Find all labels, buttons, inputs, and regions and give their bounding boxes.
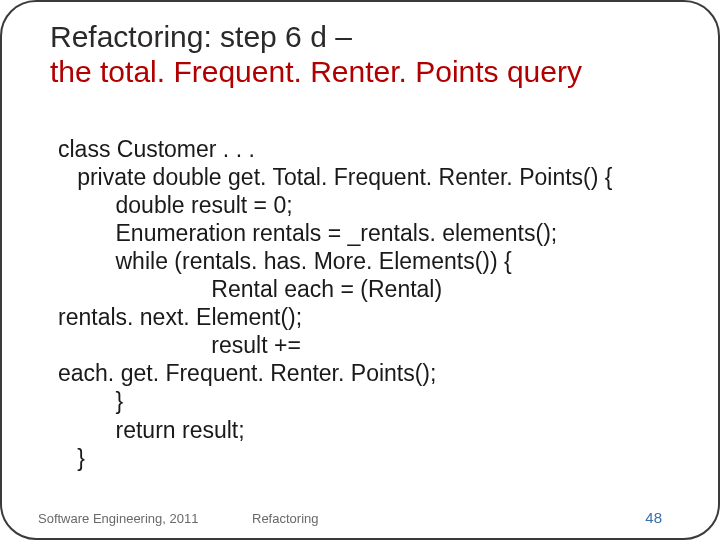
code-line: rentals. next. Element();	[58, 304, 302, 330]
footer-left: Software Engineering, 2011	[38, 511, 198, 526]
slide-footer: Software Engineering, 2011 Refactoring 4…	[2, 509, 718, 526]
slide-title: Refactoring: step 6 d – the total. Frequ…	[50, 20, 690, 89]
code-block: class Customer . . . private double get.…	[58, 107, 690, 472]
code-line: result +=	[58, 332, 301, 358]
code-line: Enumeration rentals = _rentals. elements…	[58, 220, 557, 246]
code-line: return result;	[58, 417, 245, 443]
title-line-2: the total. Frequent. Renter. Points quer…	[50, 55, 582, 88]
page-number: 48	[645, 509, 662, 526]
slide-frame: Refactoring: step 6 d – the total. Frequ…	[0, 0, 720, 540]
footer-mid: Refactoring	[252, 511, 318, 526]
title-line-1: Refactoring: step 6 d –	[50, 20, 352, 53]
code-line: class Customer . . .	[58, 136, 255, 162]
code-line: while (rentals. has. More. Elements()) {	[58, 248, 512, 274]
code-line: private double get. Total. Frequent. Ren…	[58, 164, 612, 190]
code-line: double result = 0;	[58, 192, 293, 218]
code-line: each. get. Frequent. Renter. Points();	[58, 360, 436, 386]
code-line: }	[58, 388, 123, 414]
code-line: Rental each = (Rental)	[58, 276, 442, 302]
code-line: }	[58, 445, 85, 471]
